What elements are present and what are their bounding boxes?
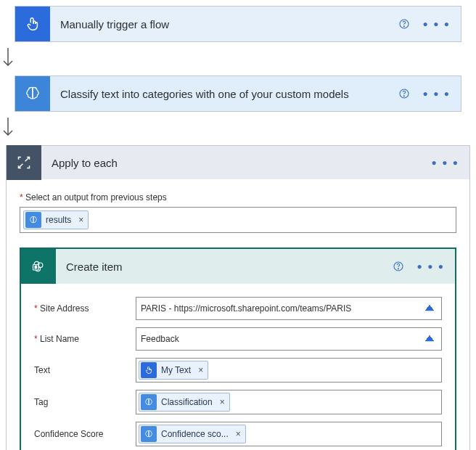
value-text: Feedback: [141, 334, 179, 344]
apply-to-each-container[interactable]: Apply to each ● ● ● Select an output fro…: [6, 145, 470, 450]
remove-token-icon[interactable]: ×: [74, 215, 88, 225]
token-label: Classification: [158, 397, 216, 407]
card-title: Classify text into categories with one o…: [50, 88, 395, 100]
token-results[interactable]: results ×: [23, 210, 89, 229]
svg-point-12: [398, 269, 398, 269]
action-card-classify-text[interactable]: Classify text into categories with one o…: [15, 75, 461, 112]
input-text[interactable]: My Text ×: [136, 358, 442, 382]
ai-brain-icon: [25, 212, 41, 228]
token-confidence-score[interactable]: Confidence sco... ×: [139, 425, 246, 443]
loop-icon: [7, 145, 41, 180]
label-tag: Tag: [34, 397, 128, 407]
card-title: Create item: [56, 261, 390, 273]
select-site-address[interactable]: PARIS - https://microsoft.sharepoint.com…: [136, 297, 442, 320]
ai-brain-icon: [141, 394, 157, 410]
card-title: Manually trigger a flow: [50, 18, 395, 30]
ai-brain-icon: [141, 426, 157, 442]
input-tag[interactable]: Classification ×: [136, 390, 442, 414]
action-card-create-item[interactable]: S Create item ● ● ● Site Address PARIS -…: [20, 248, 456, 450]
row-tag: Tag Classification ×: [34, 390, 442, 414]
help-icon[interactable]: [395, 85, 413, 102]
hand-tap-icon: [141, 362, 157, 378]
label-list-name: List Name: [34, 334, 128, 344]
label-text: Text: [34, 365, 128, 375]
card-actions: ● ● ●: [390, 258, 455, 275]
remove-token-icon[interactable]: ×: [194, 365, 208, 375]
token-label: Confidence sco...: [158, 429, 231, 439]
svg-text:S: S: [35, 265, 37, 269]
ai-brain-icon: [15, 76, 50, 111]
row-site-address: Site Address PARIS - https://microsoft.s…: [34, 297, 442, 320]
help-icon[interactable]: [390, 258, 407, 275]
label-site-address: Site Address: [34, 303, 128, 314]
card-title: Apply to each: [41, 157, 429, 169]
card-actions: ● ● ●: [395, 85, 461, 102]
help-icon[interactable]: [395, 15, 413, 33]
action-card-manual-trigger[interactable]: Manually trigger a flow ● ● ●: [15, 6, 461, 42]
remove-token-icon[interactable]: ×: [231, 429, 245, 439]
svg-point-4: [403, 96, 404, 97]
hand-tap-icon: [15, 7, 50, 41]
apply-body: Select an output from previous steps res…: [7, 179, 469, 450]
card-header: S Create item ● ● ●: [21, 249, 455, 284]
more-icon[interactable]: ● ● ●: [414, 258, 448, 274]
more-icon[interactable]: ● ● ●: [420, 86, 454, 102]
connector-arrow-icon: [0, 48, 476, 70]
select-list-name[interactable]: Feedback: [136, 327, 442, 351]
create-item-body: Site Address PARIS - https://microsoft.s…: [21, 284, 455, 450]
token-my-text[interactable]: My Text ×: [139, 361, 208, 380]
card-header: Classify text into categories with one o…: [15, 76, 461, 111]
connector-arrow-icon: [0, 118, 476, 139]
output-input[interactable]: results ×: [20, 207, 456, 233]
value-text: PARIS - https://microsoft.sharepoint.com…: [141, 303, 351, 314]
more-icon[interactable]: ● ● ●: [429, 155, 462, 171]
token-label: My Text: [158, 365, 194, 375]
label-confidence: Confidence Score: [34, 429, 128, 439]
input-confidence[interactable]: Confidence sco... ×: [136, 422, 442, 446]
card-actions: ● ● ●: [395, 15, 461, 33]
remove-token-icon[interactable]: ×: [216, 397, 229, 407]
sharepoint-icon: S: [21, 249, 56, 284]
card-actions: ● ● ●: [429, 155, 469, 171]
row-confidence: Confidence Score Confidence sco... ×: [34, 422, 442, 446]
row-list-name: List Name Feedback: [34, 327, 442, 351]
row-text: Text My Text ×: [34, 358, 442, 382]
card-header: Apply to each ● ● ●: [7, 146, 469, 179]
more-icon[interactable]: ● ● ●: [420, 16, 454, 32]
card-header: Manually trigger a flow ● ● ●: [15, 7, 461, 41]
token-label: results: [43, 215, 74, 225]
token-classification[interactable]: Classification ×: [139, 393, 230, 412]
svg-point-1: [403, 26, 404, 27]
select-output-label: Select an output from previous steps: [20, 192, 456, 202]
